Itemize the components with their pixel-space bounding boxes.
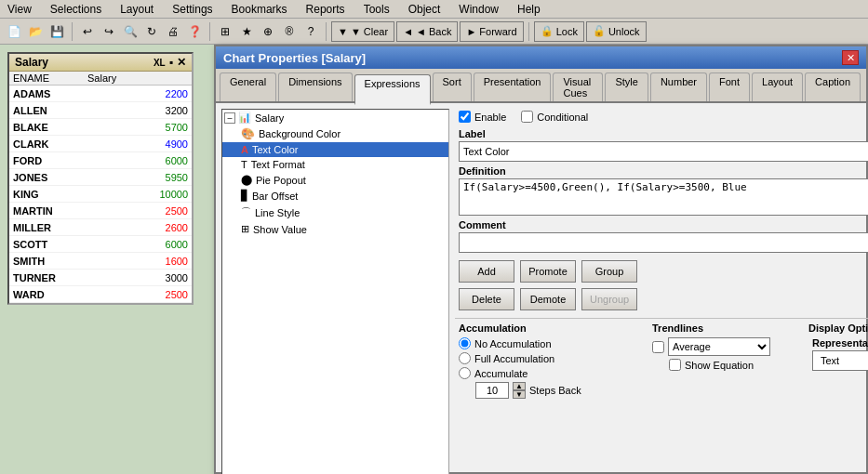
menu-selections[interactable]: Selections xyxy=(47,3,105,16)
close-icon[interactable]: ✕ xyxy=(177,56,186,69)
btn4[interactable]: ® xyxy=(279,21,300,42)
tree-root-label: Salary xyxy=(255,112,284,124)
label-input[interactable] xyxy=(459,141,868,162)
help-btn[interactable]: ❓ xyxy=(184,21,205,42)
menu-bookmarks[interactable]: Bookmarks xyxy=(228,3,291,16)
menu-help[interactable]: Help xyxy=(514,3,544,16)
average-checkbox[interactable] xyxy=(652,341,664,353)
tab-layout[interactable]: Layout xyxy=(752,72,803,101)
definition-input[interactable]: If(Salary>=4500,Green(), If(Salary>=3500… xyxy=(459,178,868,216)
menu-reports[interactable]: Reports xyxy=(302,3,349,16)
accum-radio[interactable] xyxy=(459,367,471,379)
btn2[interactable]: ★ xyxy=(236,21,257,42)
tab-general[interactable]: General xyxy=(220,72,276,101)
accum-steps-row[interactable]: Accumulate xyxy=(459,367,645,379)
list-item[interactable]: ADAMS 2200 xyxy=(9,86,192,102)
tab-font[interactable]: Font xyxy=(709,72,750,101)
list-item[interactable]: MILLER 2600 xyxy=(9,219,192,236)
list-item[interactable]: WARD 2500 xyxy=(9,286,192,303)
lock-btn[interactable]: 🔒 Lock xyxy=(534,21,584,42)
average-row[interactable]: Average xyxy=(652,337,801,356)
menu-layout[interactable]: Layout xyxy=(116,3,157,16)
btn1[interactable]: ⊞ xyxy=(215,21,235,42)
enable-checkbox[interactable] xyxy=(459,111,471,123)
list-item[interactable]: CLARK 4900 xyxy=(9,136,192,152)
forward-btn[interactable]: ► Forward xyxy=(460,21,523,42)
enable-checkbox-label[interactable]: Enable xyxy=(459,111,506,123)
tree-item-bg-color[interactable]: 🎨 Background Color xyxy=(222,125,448,142)
tree-item-line-style[interactable]: ⌒ Line Style xyxy=(222,204,448,221)
undo-btn[interactable]: ↩ xyxy=(77,21,98,42)
show-equation-label: Show Equation xyxy=(685,360,754,371)
back-icon: ◄ xyxy=(403,26,413,37)
conditional-checkbox-label[interactable]: Conditional xyxy=(521,111,588,123)
display-options-title: Display Options xyxy=(808,323,868,334)
tab-style[interactable]: Style xyxy=(605,72,648,101)
menu-object[interactable]: Object xyxy=(405,3,445,16)
group-button[interactable]: Group xyxy=(581,260,637,283)
menu-view[interactable]: View xyxy=(4,3,35,16)
tree-item-show-value[interactable]: ⊞ Show Value xyxy=(222,221,448,237)
full-accum-row[interactable]: Full Accumulation xyxy=(459,352,645,364)
average-select[interactable]: Average xyxy=(668,337,770,356)
add-button[interactable]: Add xyxy=(459,260,514,283)
resize-icon[interactable]: ▪ xyxy=(169,56,173,69)
representation-select[interactable]: Text Image Gauge Mini Chart xyxy=(812,350,868,371)
spin-down-btn[interactable]: ▼ xyxy=(513,390,526,399)
no-accum-radio[interactable] xyxy=(459,337,471,349)
menu-tools[interactable]: Tools xyxy=(360,3,394,16)
list-item[interactable]: SMITH 1600 xyxy=(9,253,192,270)
clear-btn[interactable]: ▼ ▼ Clear xyxy=(331,21,394,42)
list-item[interactable]: BLAKE 5700 xyxy=(9,119,192,136)
tree-root[interactable]: – 📊 Salary xyxy=(222,110,448,125)
dialog-close-button[interactable]: ✕ xyxy=(842,50,859,65)
tab-visual-cues[interactable]: Visual Cues xyxy=(553,72,603,101)
tree-item-text-color[interactable]: A Text Color xyxy=(222,142,448,157)
tab-number[interactable]: Number xyxy=(650,72,707,101)
tab-sort[interactable]: Sort xyxy=(433,72,472,101)
list-item[interactable]: MARTIN 2500 xyxy=(9,203,192,219)
print-btn[interactable]: 🖨 xyxy=(163,21,183,42)
comment-input[interactable] xyxy=(459,232,868,253)
btn3[interactable]: ⊕ xyxy=(258,21,278,42)
chart-properties-dialog: Chart Properties [Salary] ✕ General Dime… xyxy=(214,45,868,474)
tree-item-pie-popout[interactable]: ⬤ Pie Popout xyxy=(222,172,448,188)
open-btn[interactable]: 📂 xyxy=(25,21,46,42)
steps-input[interactable] xyxy=(475,382,509,399)
menu-settings[interactable]: Settings xyxy=(168,3,216,16)
tab-dimensions[interactable]: Dimensions xyxy=(278,72,352,101)
list-item[interactable]: ALLEN 3200 xyxy=(9,102,192,119)
show-equation-row[interactable]: Show Equation xyxy=(652,359,801,371)
delete-button[interactable]: Delete xyxy=(459,288,514,310)
full-accum-radio[interactable] xyxy=(459,352,471,364)
save-btn[interactable]: 💾 xyxy=(47,21,67,42)
no-accum-row[interactable]: No Accumulation xyxy=(459,337,645,349)
tab-presentation[interactable]: Presentation xyxy=(474,72,552,101)
list-item[interactable]: KING 10000 xyxy=(9,186,192,203)
menu-window[interactable]: Window xyxy=(455,3,502,16)
tab-caption[interactable]: Caption xyxy=(805,72,861,101)
col-header-salary: Salary xyxy=(84,72,192,85)
spin-up-btn[interactable]: ▲ xyxy=(513,382,526,390)
new-btn[interactable]: 📄 xyxy=(4,21,24,42)
tab-expressions[interactable]: Expressions xyxy=(354,74,431,105)
show-equation-checkbox[interactable] xyxy=(669,359,681,371)
list-item[interactable]: TURNER 3000 xyxy=(9,270,192,286)
tree-item-bar-offset[interactable]: ▊ Bar Offset xyxy=(222,188,448,204)
promote-button[interactable]: Promote xyxy=(520,260,576,283)
back-btn[interactable]: ◄ ◄ Back xyxy=(396,21,458,42)
tree-item-text-format[interactable]: T Text Format xyxy=(222,157,448,172)
redo-btn[interactable]: ↪ xyxy=(99,21,119,42)
demote-button[interactable]: Demote xyxy=(520,288,576,310)
search-btn[interactable]: 🔍 xyxy=(120,21,140,42)
list-item[interactable]: SCOTT 6000 xyxy=(9,236,192,253)
ungroup-button[interactable]: Ungroup xyxy=(581,288,637,310)
accum-label: Accumulate xyxy=(474,368,527,379)
refresh-btn[interactable]: ↻ xyxy=(141,21,162,42)
list-item[interactable]: FORD 6000 xyxy=(9,152,192,169)
tree-expand-icon[interactable]: – xyxy=(224,112,235,124)
list-item[interactable]: JONES 5950 xyxy=(9,169,192,186)
unlock-btn[interactable]: 🔓 Unlock xyxy=(586,21,647,42)
btn5[interactable]: ? xyxy=(300,21,321,42)
conditional-checkbox[interactable] xyxy=(521,111,533,123)
